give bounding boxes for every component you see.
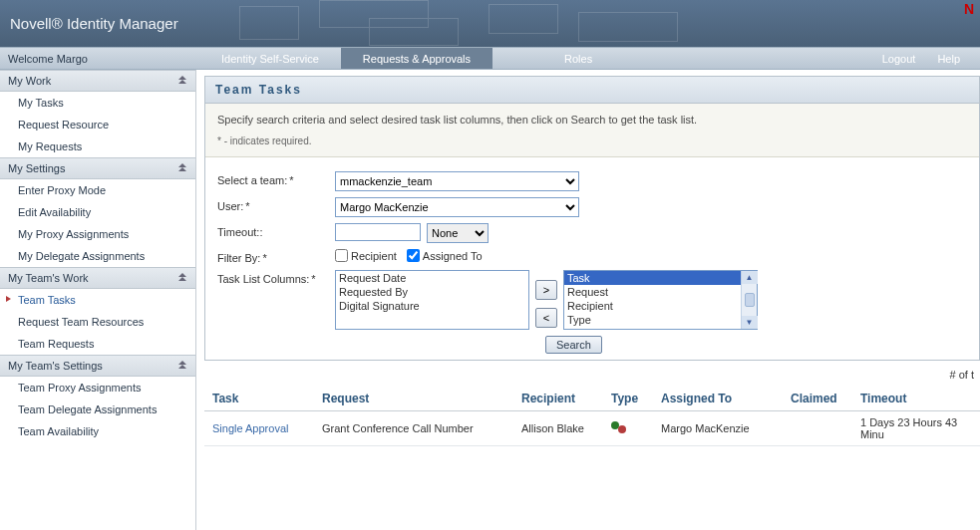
- sidebar-group-my-settings[interactable]: My Settings: [0, 157, 195, 179]
- panel-title: Team Tasks: [205, 77, 979, 104]
- select-team-dropdown[interactable]: mmackenzie_team: [335, 171, 579, 191]
- timeout-unit-dropdown[interactable]: None: [427, 223, 489, 243]
- sidebar-item-enter-proxy-mode[interactable]: Enter Proxy Mode: [0, 179, 195, 201]
- filter-recipient-checkbox[interactable]: Recipient: [335, 249, 397, 262]
- available-columns-listbox[interactable]: Request Date Requested By Digital Signat…: [335, 270, 529, 330]
- main-layout: My Work My Tasks Request Resource My Req…: [0, 70, 980, 530]
- selected-columns-listbox[interactable]: Task Request Recipient Type ▲ ▼: [563, 270, 758, 330]
- content-area: Team Tasks Specify search criteria and s…: [196, 70, 980, 530]
- filter-by-label: Filter By:*: [217, 249, 335, 264]
- welcome-label: Welcome Margo: [0, 48, 199, 69]
- sidebar-group-my-teams-settings[interactable]: My Team's Settings: [0, 355, 195, 377]
- col-recipient[interactable]: Recipient: [513, 387, 603, 411]
- timeout-label: Timeout::: [217, 223, 335, 238]
- search-button[interactable]: Search: [545, 336, 602, 354]
- sidebar-item-team-tasks[interactable]: Team Tasks: [0, 289, 195, 311]
- sidebar-item-my-proxy-assignments[interactable]: My Proxy Assignments: [0, 223, 195, 245]
- task-link[interactable]: Single Approval: [212, 422, 288, 434]
- panel-intro-body: Specify search criteria and select desir…: [205, 104, 979, 157]
- nav-right: Logout Help: [882, 48, 980, 69]
- user-label: User:*: [217, 197, 335, 212]
- filter-assigned-to-checkbox[interactable]: Assigned To: [407, 249, 483, 262]
- select-team-label: Select a team:*: [217, 171, 335, 186]
- scroll-thumb[interactable]: [745, 293, 755, 307]
- scroll-down-icon[interactable]: ▼: [742, 316, 758, 329]
- cell-claimed: [783, 411, 852, 446]
- col-type[interactable]: Type: [603, 387, 653, 411]
- intro-text: Specify search criteria and select desir…: [217, 114, 967, 126]
- banner: Novell® Identity Manager N: [0, 0, 980, 47]
- corner-logo: N: [964, 1, 974, 17]
- scrollbar[interactable]: ▲ ▼: [741, 271, 757, 329]
- filter-assigned-input[interactable]: [407, 249, 420, 262]
- tab-requests-approvals[interactable]: Requests & Approvals: [341, 48, 492, 69]
- sidebar-item-team-proxy-assignments[interactable]: Team Proxy Assignments: [0, 377, 195, 398]
- search-form: Select a team:* mmackenzie_team User:* M…: [205, 157, 979, 360]
- team-tasks-panel: Team Tasks Specify search criteria and s…: [204, 76, 980, 361]
- sidebar-item-team-availability[interactable]: Team Availability: [0, 420, 195, 442]
- banner-decoration: [229, 0, 980, 47]
- sidebar-item-team-requests[interactable]: Team Requests: [0, 333, 195, 355]
- results-table: Task Request Recipient Type Assigned To …: [204, 387, 980, 446]
- filter-recipient-label: Recipient: [351, 250, 397, 262]
- nav-tabs: Identity Self-Service Requests & Approva…: [199, 48, 882, 69]
- sidebar-item-request-team-resources[interactable]: Request Team Resources: [0, 311, 195, 333]
- col-claimed[interactable]: Claimed: [783, 387, 852, 411]
- type-icon: [611, 421, 627, 433]
- sidebar-group-title: My Work: [8, 75, 51, 87]
- timeout-input[interactable]: [335, 223, 421, 241]
- required-note: * - indicates required.: [217, 135, 967, 146]
- sidebar-group-my-teams-work[interactable]: My Team's Work: [0, 267, 195, 289]
- sidebar-item-edit-availability[interactable]: Edit Availability: [0, 201, 195, 223]
- task-list-columns-label: Task List Columns:*: [217, 270, 335, 285]
- sidebar-item-my-tasks[interactable]: My Tasks: [0, 92, 195, 114]
- move-left-button[interactable]: <: [535, 308, 557, 328]
- list-item[interactable]: Digital Signature: [336, 299, 528, 313]
- sidebar-item-my-requests[interactable]: My Requests: [0, 135, 195, 157]
- col-task[interactable]: Task: [204, 387, 314, 411]
- list-item[interactable]: Requested By: [336, 285, 528, 299]
- col-assigned-to[interactable]: Assigned To: [653, 387, 783, 411]
- table-row: Single Approval Grant Conference Call Nu…: [204, 411, 980, 446]
- cell-timeout: 1 Days 23 Hours 43 Minu: [852, 411, 980, 446]
- list-item[interactable]: Recipient: [564, 299, 757, 313]
- sidebar-group-my-work[interactable]: My Work: [0, 70, 195, 92]
- mover-buttons: > <: [535, 280, 557, 328]
- sidebar: My Work My Tasks Request Resource My Req…: [0, 70, 196, 530]
- user-dropdown[interactable]: Margo MacKenzie: [335, 197, 579, 217]
- filter-recipient-input[interactable]: [335, 249, 348, 262]
- sidebar-item-my-delegate-assignments[interactable]: My Delegate Assignments: [0, 245, 195, 267]
- sidebar-group-title: My Team's Settings: [8, 360, 103, 372]
- help-link[interactable]: Help: [937, 53, 960, 65]
- tab-roles[interactable]: Roles: [542, 48, 614, 69]
- cell-type: [603, 411, 653, 446]
- sidebar-item-team-delegate-assignments[interactable]: Team Delegate Assignments: [0, 398, 195, 420]
- sidebar-group-title: My Team's Work: [8, 272, 89, 284]
- list-item[interactable]: Type: [564, 313, 757, 327]
- app-title: Novell® Identity Manager: [10, 15, 178, 32]
- list-item[interactable]: Request Date: [336, 271, 528, 285]
- collapse-icon: [177, 76, 187, 86]
- filter-assigned-label: Assigned To: [423, 250, 483, 262]
- collapse-icon: [177, 361, 187, 371]
- list-item[interactable]: Task: [564, 271, 757, 285]
- list-item[interactable]: Request: [564, 285, 757, 299]
- sidebar-group-title: My Settings: [8, 162, 65, 174]
- logout-link[interactable]: Logout: [882, 53, 916, 65]
- col-timeout[interactable]: Timeout: [852, 387, 980, 411]
- navbar: Welcome Margo Identity Self-Service Requ…: [0, 47, 980, 70]
- collapse-icon: [177, 163, 187, 173]
- cell-recipient: Allison Blake: [513, 411, 603, 446]
- scroll-up-icon[interactable]: ▲: [742, 271, 758, 284]
- collapse-icon: [177, 273, 187, 283]
- move-right-button[interactable]: >: [535, 280, 557, 300]
- sidebar-item-request-resource[interactable]: Request Resource: [0, 114, 195, 135]
- cell-request: Grant Conference Call Number: [314, 411, 513, 446]
- tab-identity-self-service[interactable]: Identity Self-Service: [199, 48, 341, 69]
- cell-assigned-to: Margo MacKenzie: [653, 411, 783, 446]
- col-request[interactable]: Request: [314, 387, 513, 411]
- results-count-label: # of t: [204, 361, 980, 385]
